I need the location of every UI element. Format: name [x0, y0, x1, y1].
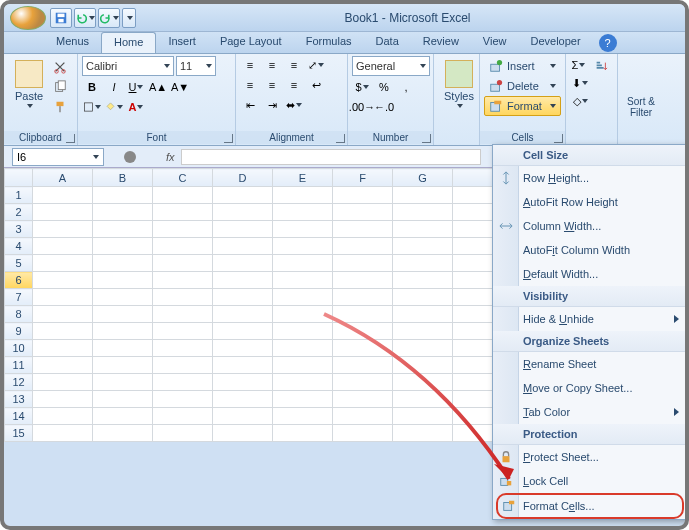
row-header[interactable]: 11: [5, 357, 33, 374]
cell[interactable]: [273, 425, 333, 442]
decrease-decimal-button[interactable]: ←.0: [374, 98, 394, 116]
cell[interactable]: [153, 221, 213, 238]
cell[interactable]: [393, 306, 453, 323]
name-box[interactable]: I6: [12, 148, 104, 166]
menu-move-copy[interactable]: Move or Copy Sheet...: [493, 376, 687, 400]
cell[interactable]: [93, 374, 153, 391]
menu-lock-cell[interactable]: Lock Cell: [493, 469, 687, 493]
format-button[interactable]: Format: [484, 96, 561, 116]
font-family-combo[interactable]: Calibri: [82, 56, 174, 76]
cell[interactable]: [273, 221, 333, 238]
menu-row-height[interactable]: Row Height...: [493, 166, 687, 190]
cell[interactable]: [213, 272, 273, 289]
row-header[interactable]: 6: [5, 272, 33, 289]
undo-button[interactable]: [74, 8, 96, 28]
menu-default-width[interactable]: Default Width...: [493, 262, 687, 286]
align-top-button[interactable]: ≡: [240, 56, 260, 74]
decrease-font-button[interactable]: A▼: [170, 78, 190, 96]
cell[interactable]: [273, 357, 333, 374]
cell[interactable]: [33, 289, 93, 306]
cell[interactable]: [33, 221, 93, 238]
cell[interactable]: [333, 323, 393, 340]
cell[interactable]: [213, 408, 273, 425]
cell[interactable]: [93, 255, 153, 272]
cell[interactable]: [33, 340, 93, 357]
cell[interactable]: [93, 425, 153, 442]
cell[interactable]: [153, 204, 213, 221]
cell[interactable]: [93, 323, 153, 340]
tab-page-layout[interactable]: Page Layout: [208, 32, 294, 53]
decrease-indent-button[interactable]: ⇤: [240, 96, 260, 114]
cell[interactable]: [333, 255, 393, 272]
cell[interactable]: [333, 391, 393, 408]
col-header[interactable]: G: [393, 169, 453, 187]
cell[interactable]: [153, 306, 213, 323]
cell[interactable]: [153, 408, 213, 425]
row-header[interactable]: 8: [5, 306, 33, 323]
cell[interactable]: [273, 255, 333, 272]
cell[interactable]: [273, 340, 333, 357]
cell[interactable]: [273, 374, 333, 391]
cell[interactable]: [333, 374, 393, 391]
cell[interactable]: [93, 187, 153, 204]
cell[interactable]: [393, 340, 453, 357]
row-header[interactable]: 5: [5, 255, 33, 272]
cell[interactable]: [213, 391, 273, 408]
cell[interactable]: [153, 255, 213, 272]
cell[interactable]: [33, 272, 93, 289]
delete-button[interactable]: Delete: [484, 76, 561, 96]
cell[interactable]: [93, 306, 153, 323]
border-button[interactable]: [82, 98, 102, 116]
increase-font-button[interactable]: A▲: [148, 78, 168, 96]
cell[interactable]: [93, 408, 153, 425]
cell[interactable]: [393, 425, 453, 442]
row-header[interactable]: 14: [5, 408, 33, 425]
save-button[interactable]: [50, 8, 72, 28]
orientation-button[interactable]: ⤢: [306, 56, 326, 74]
cell[interactable]: [393, 289, 453, 306]
italic-button[interactable]: I: [104, 78, 124, 96]
row-header[interactable]: 10: [5, 340, 33, 357]
office-button[interactable]: [10, 6, 46, 30]
cell[interactable]: [273, 306, 333, 323]
cell[interactable]: [273, 238, 333, 255]
cell[interactable]: [393, 272, 453, 289]
grid[interactable]: A B C D E F G 123456789101112131415: [4, 168, 513, 442]
cell[interactable]: [333, 306, 393, 323]
row-header[interactable]: 12: [5, 374, 33, 391]
cell[interactable]: [33, 238, 93, 255]
cell[interactable]: [33, 187, 93, 204]
fx-icon[interactable]: fx: [166, 151, 175, 163]
menu-tab-color[interactable]: Tab Color: [493, 400, 687, 424]
row-header[interactable]: 1: [5, 187, 33, 204]
merge-button[interactable]: ⬌: [284, 96, 304, 114]
tab-home[interactable]: Home: [101, 32, 156, 53]
format-painter-button[interactable]: [50, 98, 70, 116]
menu-column-width[interactable]: Column Width...: [493, 214, 687, 238]
cell[interactable]: [333, 357, 393, 374]
row-header[interactable]: 13: [5, 391, 33, 408]
cell[interactable]: [393, 323, 453, 340]
cell[interactable]: [33, 391, 93, 408]
cell[interactable]: [213, 221, 273, 238]
number-format-combo[interactable]: General: [352, 56, 430, 76]
cell[interactable]: [213, 340, 273, 357]
menu-hide-unhide[interactable]: Hide & Unhide: [493, 307, 687, 331]
menu-protect-sheet[interactable]: Protect Sheet...: [493, 445, 687, 469]
cell[interactable]: [333, 425, 393, 442]
cell[interactable]: [93, 357, 153, 374]
cell[interactable]: [273, 187, 333, 204]
cell[interactable]: [273, 272, 333, 289]
bold-button[interactable]: B: [82, 78, 102, 96]
tab-view[interactable]: View: [471, 32, 519, 53]
row-header[interactable]: 4: [5, 238, 33, 255]
cell[interactable]: [393, 357, 453, 374]
cut-button[interactable]: [50, 58, 70, 76]
tab-menus[interactable]: Menus: [44, 32, 101, 53]
align-bottom-button[interactable]: ≡: [284, 56, 304, 74]
cell[interactable]: [93, 272, 153, 289]
cell[interactable]: [153, 289, 213, 306]
cell[interactable]: [93, 289, 153, 306]
col-header[interactable]: D: [213, 169, 273, 187]
cell[interactable]: [33, 408, 93, 425]
